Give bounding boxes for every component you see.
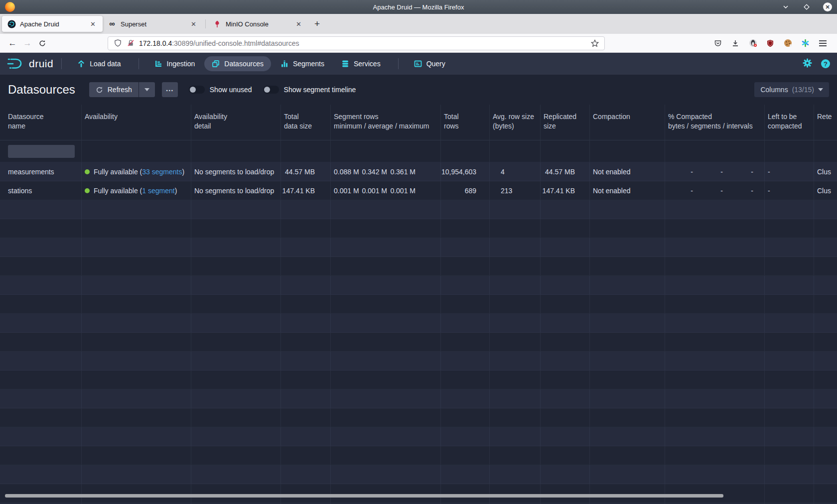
nav-item-ingestion[interactable]: Ingestion <box>147 56 203 71</box>
empty-cell <box>590 408 665 427</box>
tab-close-icon[interactable]: ✕ <box>294 19 303 29</box>
tab-minio-console[interactable]: MinIO Console✕ <box>208 16 308 32</box>
tab-superset[interactable]: ∞Superset✕ <box>103 16 203 32</box>
shield-icon[interactable] <box>113 39 122 48</box>
url-text[interactable]: 172.18.0.4:30899/unified-console.html#da… <box>139 39 299 47</box>
column-header-rete[interactable]: Rete <box>814 105 837 140</box>
bookmark-star-icon[interactable] <box>590 39 599 48</box>
empty-cell <box>331 257 441 275</box>
back-button[interactable]: ← <box>5 36 20 50</box>
window-close-icon[interactable]: ✕ <box>823 2 832 11</box>
horizontal-scrollbar[interactable] <box>5 494 723 498</box>
empty-cell <box>814 333 837 351</box>
column-header-avg-row-size-bytes-[interactable]: Avg. row size(bytes) <box>490 105 541 140</box>
refresh-button[interactable]: Refresh <box>89 82 139 97</box>
datasource-filter-input[interactable] <box>8 145 75 158</box>
window-minimize-icon[interactable] <box>781 2 790 11</box>
tab-close-icon[interactable]: ✕ <box>189 19 198 29</box>
segments-icon <box>280 60 288 68</box>
empty-cell <box>765 314 814 332</box>
empty-cell <box>82 295 191 313</box>
extension-privacy-icon[interactable] <box>748 39 757 48</box>
empty-cell <box>441 314 490 332</box>
url-path: :30899/unified-console.html#datasources <box>172 39 299 47</box>
druid-brand[interactable]: druid <box>7 57 53 70</box>
insecure-lock-icon[interactable] <box>126 39 135 48</box>
empty-cell <box>814 314 837 332</box>
new-tab-button[interactable]: + <box>308 18 326 29</box>
pocket-icon[interactable] <box>713 39 722 48</box>
refresh-options-button[interactable] <box>139 82 155 97</box>
empty-cell <box>814 352 837 370</box>
nav-item-services[interactable]: Services <box>334 56 388 71</box>
empty-cell <box>441 427 490 446</box>
datasource-name: measurements <box>0 162 82 181</box>
reload-button[interactable] <box>35 36 50 50</box>
empty-cell <box>541 371 590 389</box>
empty-cell <box>590 333 665 351</box>
empty-cell <box>541 219 590 238</box>
ublock-origin-icon[interactable] <box>766 39 775 48</box>
empty-cell <box>191 314 281 332</box>
url-bar[interactable]: 172.18.0.4:30899/unified-console.html#da… <box>108 36 605 50</box>
tab-apache-druid[interactable]: Apache Druid✕ <box>2 16 103 32</box>
druid-favicon <box>7 19 16 28</box>
menu-icon[interactable] <box>818 39 827 48</box>
segments-link[interactable]: 33 segments <box>142 168 182 176</box>
availability-detail: No segments to load/drop <box>191 162 281 181</box>
column-header-datasource-name[interactable]: Datasourcename <box>0 105 82 140</box>
total-data-size: 44.57 MB <box>281 162 331 181</box>
column-header-replicated-size[interactable]: Replicatedsize <box>541 105 590 140</box>
segments-link[interactable]: 1 segment <box>142 187 174 195</box>
column-header-segment-rows-minimum-average-maximum[interactable]: Segment rowsminimum / average / maximum <box>331 105 441 140</box>
empty-cell <box>665 465 765 484</box>
navbar-right: ? <box>803 58 830 70</box>
settings-gear-icon[interactable] <box>803 58 812 70</box>
empty-cell <box>490 295 541 313</box>
nav-item-datasources[interactable]: Datasources <box>204 56 271 71</box>
cookie-extension-icon[interactable] <box>783 39 792 48</box>
forward-button[interactable]: → <box>20 36 35 50</box>
column-header--compacted-bytes-segments-intervals[interactable]: % Compactedbytes / segments / intervals <box>665 105 765 140</box>
column-header-total-data-size[interactable]: Totaldata size <box>281 105 331 140</box>
services-icon <box>341 60 349 68</box>
help-icon[interactable]: ? <box>821 59 830 68</box>
datasources-view: Datasources Refresh ... Show unused Show… <box>0 75 837 504</box>
column-header-left-to-be-compacted[interactable]: Left to becompacted <box>765 105 814 140</box>
empty-cell <box>281 238 331 256</box>
column-header-total-rows[interactable]: Totalrows <box>441 105 490 140</box>
show-segment-timeline-toggle[interactable] <box>263 86 279 94</box>
column-header-label: Left to becompacted <box>768 112 802 131</box>
empty-cell <box>814 427 837 446</box>
show-unused-toggle[interactable] <box>189 86 205 94</box>
empty-cell <box>331 427 441 446</box>
nav-item-segments[interactable]: Segments <box>273 56 332 71</box>
empty-cell <box>0 446 82 465</box>
table-row-measurements: measurementsFully available (33 segments… <box>0 162 837 181</box>
column-header-compaction[interactable]: Compaction <box>590 105 665 140</box>
chevron-down-icon <box>144 88 149 91</box>
downloads-icon[interactable] <box>731 39 740 48</box>
empty-cell <box>331 219 441 238</box>
empty-cell <box>765 427 814 446</box>
nav-item-load-data[interactable]: Load data <box>70 56 128 71</box>
refresh-icon <box>96 86 103 94</box>
availability-text: Fully available (1 segment) <box>94 187 177 195</box>
empty-cell <box>541 276 590 294</box>
query-icon <box>414 60 422 68</box>
column-header-availability[interactable]: Availability <box>82 105 191 140</box>
columns-selector-button[interactable]: Columns (13/15) <box>754 82 829 97</box>
empty-cell <box>541 389 590 408</box>
empty-cell <box>490 484 541 503</box>
column-header-availability-detail[interactable]: Availabilitydetail <box>191 105 281 140</box>
more-actions-button[interactable]: ... <box>162 82 178 97</box>
empty-cell <box>281 352 331 370</box>
asterisk-extension-icon[interactable] <box>801 39 810 48</box>
nav-item-query[interactable]: Query <box>407 56 453 71</box>
window-maximize-icon[interactable] <box>802 2 811 11</box>
empty-cell <box>590 200 665 219</box>
filter-cell <box>765 140 814 162</box>
datasources-table: DatasourcenameAvailabilityAvailabilityde… <box>0 105 837 504</box>
empty-cell <box>441 389 490 408</box>
tab-close-icon[interactable]: ✕ <box>88 19 98 29</box>
